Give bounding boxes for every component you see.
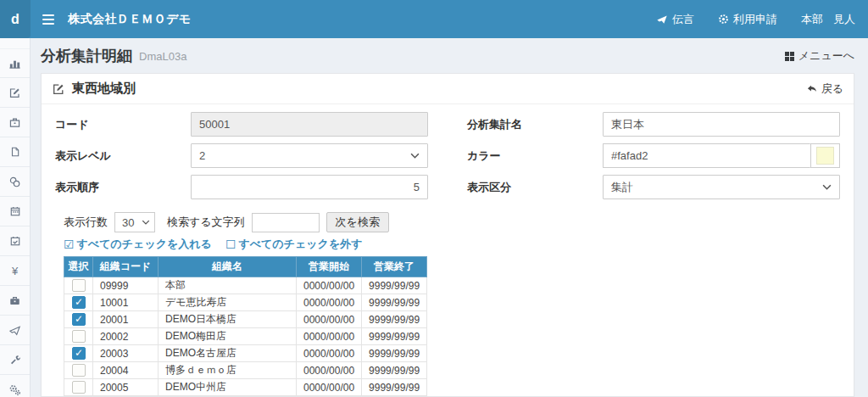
back-button-label: 戻る bbox=[821, 81, 843, 97]
order-label: 表示順序 bbox=[55, 180, 191, 195]
chevron-down-icon bbox=[142, 220, 150, 225]
table-row: 20005 DEMO中州店 0000/00/00 9999/99/99 bbox=[64, 379, 427, 396]
table-header-row: 選択 組織コード 組織名 営業開始 営業終了 bbox=[64, 257, 427, 277]
field-code: コード bbox=[55, 112, 428, 137]
content-header: 分析集計明細 DmaL03a メニューへ bbox=[31, 38, 868, 73]
sidebar-item-toolbox[interactable] bbox=[0, 286, 30, 316]
sidebar: ¥ bbox=[0, 38, 31, 397]
check-all-link[interactable]: ☑ すべてのチェックを入れる bbox=[64, 237, 212, 252]
sidebar-item-money[interactable] bbox=[0, 167, 30, 197]
query-label: 検索する文字列 bbox=[167, 215, 245, 230]
row-checkbox[interactable] bbox=[72, 296, 86, 309]
apply-nav-item[interactable]: 利用申請 bbox=[718, 12, 777, 27]
close-date: 9999/99/99 bbox=[362, 277, 427, 294]
sidebar-item-schedule[interactable] bbox=[0, 226, 30, 256]
sidebar-item-settings[interactable] bbox=[0, 345, 30, 375]
name-input[interactable] bbox=[603, 112, 840, 137]
rows-select-value: 30 bbox=[122, 216, 134, 229]
col-select: 選択 bbox=[64, 257, 93, 277]
grid-icon bbox=[785, 52, 794, 61]
level-select[interactable]: 2 bbox=[191, 143, 428, 168]
sidebar-item-products[interactable] bbox=[0, 108, 30, 137]
user-name: 見人 bbox=[833, 12, 855, 27]
table-row: 20002 DEMO梅田店 0000/00/00 9999/99/99 bbox=[64, 328, 427, 345]
open-date: 0000/00/00 bbox=[297, 311, 362, 328]
org-code: 10001 bbox=[93, 294, 159, 311]
field-level: 表示レベル 2 bbox=[55, 143, 428, 168]
close-date: 9999/99/99 bbox=[362, 311, 427, 328]
uncheck-all-link[interactable]: ☐ すべてのチェックを外す bbox=[225, 237, 363, 252]
row-checkbox[interactable] bbox=[72, 279, 86, 292]
table-row: 20003 DEMO名古屋店 0000/00/00 9999/99/99 bbox=[64, 345, 427, 362]
color-preview-addon[interactable] bbox=[810, 143, 840, 168]
checked-box-icon: ☑ bbox=[64, 238, 75, 251]
row-checkbox[interactable] bbox=[72, 347, 86, 360]
row-checkbox[interactable] bbox=[72, 381, 86, 394]
sidebar-item-send[interactable] bbox=[0, 316, 30, 345]
paper-plane-icon bbox=[656, 14, 668, 25]
sidebar-item-documents[interactable] bbox=[0, 137, 30, 167]
org-name: DEMO日本橋店 bbox=[159, 311, 297, 328]
hamburger-menu-icon[interactable] bbox=[42, 14, 54, 25]
color-label: カラー bbox=[467, 148, 603, 164]
org-name: 博多ｄｅｍｏ店 bbox=[159, 362, 297, 379]
color-swatch bbox=[816, 147, 834, 165]
code-input[interactable] bbox=[191, 112, 428, 137]
sidebar-item-analytics[interactable] bbox=[0, 48, 30, 78]
order-input[interactable] bbox=[191, 175, 428, 199]
reply-arrow-icon bbox=[806, 83, 818, 95]
edit-icon bbox=[8, 87, 21, 99]
calendar-check-icon bbox=[9, 235, 21, 247]
open-date: 0000/00/00 bbox=[297, 345, 362, 362]
close-date: 9999/99/99 bbox=[362, 294, 427, 311]
org-code: 20002 bbox=[93, 328, 159, 345]
briefcase-icon bbox=[8, 116, 21, 129]
empty-box-icon: ☐ bbox=[225, 238, 236, 251]
menu-link-label: メニューへ bbox=[798, 48, 854, 64]
top-bar: d 株式会社ＤＥＭＯデモ 伝言 利用申請 本部 bbox=[0, 0, 868, 38]
message-nav-item[interactable]: 伝言 bbox=[656, 12, 694, 27]
org-code: 09999 bbox=[93, 277, 159, 294]
col-org-code: 組織コード bbox=[93, 257, 159, 277]
rows-select[interactable]: 30 bbox=[114, 212, 155, 232]
menu-link[interactable]: メニューへ bbox=[785, 48, 854, 64]
field-name: 分析集計名 bbox=[467, 112, 840, 137]
main-content: 分析集計明細 DmaL03a メニューへ 東西地域別 戻る bbox=[31, 38, 868, 397]
org-name: DEMO名古屋店 bbox=[159, 345, 297, 362]
close-date: 9999/99/99 bbox=[362, 362, 427, 379]
field-color: カラー bbox=[467, 143, 840, 168]
panel-header: 東西地域別 戻る bbox=[42, 74, 854, 104]
calendar-icon bbox=[9, 205, 21, 217]
bulk-check-links: ☑ すべてのチェックを入れる ☐ すべてのチェックを外す bbox=[64, 237, 840, 252]
find-next-button[interactable]: 次を検索 bbox=[326, 212, 389, 232]
level-select-value: 2 bbox=[199, 149, 205, 162]
sidebar-item-yen[interactable]: ¥ bbox=[0, 256, 30, 286]
row-checkbox[interactable] bbox=[72, 330, 86, 343]
field-order: 表示順序 bbox=[55, 175, 428, 199]
table-row: 20001 DEMO日本橋店 0000/00/00 9999/99/99 bbox=[64, 311, 427, 328]
org-name: DEMO中州店 bbox=[159, 379, 297, 396]
message-label: 伝言 bbox=[672, 12, 694, 27]
organization-table: 選択 組織コード 組織名 営業開始 営業終了 09999 本部 0000/00 bbox=[64, 256, 427, 396]
open-date: 0000/00/00 bbox=[297, 294, 362, 311]
org-code: 20005 bbox=[93, 379, 159, 396]
close-date: 9999/99/99 bbox=[362, 345, 427, 362]
org-code: 20003 bbox=[93, 345, 159, 362]
org-name: 本部 bbox=[159, 277, 297, 294]
page-title: 分析集計明細 bbox=[41, 46, 132, 66]
app-logo[interactable]: d bbox=[0, 0, 31, 38]
col-open-date: 営業開始 bbox=[297, 257, 362, 277]
sidebar-item-edit[interactable] bbox=[0, 78, 30, 108]
back-button[interactable]: 戻る bbox=[806, 81, 843, 97]
row-checkbox[interactable] bbox=[72, 313, 86, 326]
color-input[interactable] bbox=[603, 143, 810, 168]
sidebar-item-calendar[interactable] bbox=[0, 197, 30, 226]
table-row: 20004 博多ｄｅｍｏ店 0000/00/00 9999/99/99 bbox=[64, 362, 427, 379]
user-nav-item[interactable]: 本部 見人 bbox=[801, 12, 855, 27]
table-row: 10001 デモ恵比寿店 0000/00/00 9999/99/99 bbox=[64, 294, 427, 311]
kubun-select[interactable]: 集計 bbox=[603, 175, 840, 199]
close-date: 9999/99/99 bbox=[362, 328, 427, 345]
search-query-input[interactable] bbox=[252, 213, 320, 232]
sidebar-item-admin[interactable] bbox=[0, 375, 30, 397]
row-checkbox[interactable] bbox=[72, 364, 86, 377]
